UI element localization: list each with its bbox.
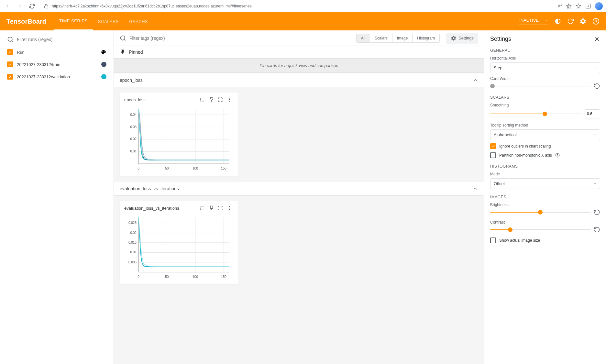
pill-all[interactable]: All (357, 34, 370, 42)
close-icon[interactable] (594, 36, 600, 42)
card-width-slider[interactable] (490, 86, 590, 86)
settings-toggle[interactable]: Settings (446, 33, 478, 44)
text-size-icon[interactable]: Aὸ (558, 4, 562, 8)
url-bar[interactable]: https://tnsrb-4c7l2akozhhnnk6x8xvuqu22jc… (40, 3, 554, 10)
pill-image[interactable]: Image (392, 34, 413, 42)
color-dot[interactable] (101, 62, 106, 67)
svg-rect-35 (201, 206, 204, 210)
tooltip-select[interactable]: Alphabetical (490, 129, 600, 140)
help-icon[interactable] (592, 18, 600, 25)
chart-svg: 0501001500.0050.010.0150.020.025 (124, 215, 233, 280)
svg-point-36 (229, 206, 230, 207)
fit-icon[interactable] (198, 204, 206, 212)
svg-text:150: 150 (221, 275, 226, 279)
chart-container[interactable]: 0501001500.010.020.030.04 (120, 107, 238, 176)
filter-bar: All Scalars Image Histogram Settings (114, 30, 484, 46)
favorite-icon[interactable] (576, 3, 581, 9)
pin-icon[interactable] (207, 96, 215, 104)
tooltip-value: Alphabetical (494, 132, 517, 137)
reset-icon[interactable] (594, 83, 600, 89)
run-checkbox[interactable] (7, 74, 13, 80)
status-dropdown[interactable]: INACTIVE (519, 18, 548, 25)
svg-rect-0 (45, 6, 48, 8)
tag-filter (120, 35, 353, 41)
ignore-outliers-row[interactable]: Ignore outliers in chart scaling (490, 143, 600, 149)
run-row[interactable]: Run (0, 46, 114, 58)
fullscreen-icon[interactable] (216, 204, 224, 212)
h-axis-label: Horizontal Axis (490, 56, 600, 61)
back-button[interactable] (3, 2, 12, 10)
reset-icon[interactable] (594, 226, 600, 233)
refresh-button[interactable] (28, 2, 36, 10)
svg-point-15 (229, 99, 230, 100)
browser-chrome: https://tnsrb-4c7l2akozhhnnk6x8xvuqu22jc… (0, 0, 606, 12)
contrast-slider-row (490, 226, 600, 233)
partition-row[interactable]: Partition non-monotonic X axis (490, 152, 600, 158)
reload-icon[interactable] (567, 18, 574, 25)
pinned-header[interactable]: Pinned (114, 46, 484, 59)
read-aloud-icon[interactable] (566, 3, 572, 9)
settings-btn-label: Settings (458, 36, 474, 40)
fit-icon[interactable] (198, 96, 206, 104)
theme-icon[interactable] (554, 18, 561, 25)
runs-filter-input[interactable] (17, 37, 108, 42)
scalars-section-label: SCALARS (490, 95, 600, 100)
contrast-slider[interactable] (490, 229, 590, 230)
tab-time-series[interactable]: TIME SERIES (54, 12, 93, 30)
palette-icon[interactable] (101, 49, 106, 55)
smoothing-slider[interactable] (490, 114, 581, 114)
contrast-label: Contrast (490, 220, 600, 225)
svg-rect-13 (201, 98, 204, 102)
pin-icon (120, 49, 126, 55)
collections-icon[interactable] (585, 3, 591, 9)
run-row[interactable]: 20221027-230312/validation (0, 71, 114, 83)
tab-scalars[interactable]: SCALARS (93, 12, 124, 30)
help-icon[interactable] (555, 153, 560, 158)
reset-icon[interactable] (594, 209, 600, 215)
show-actual-checkbox[interactable] (490, 237, 496, 243)
card-header: evaluation_loss_vs_iterations (120, 201, 238, 215)
section-header[interactable]: evaluation_loss_vs_iterations (114, 182, 484, 196)
brightness-slider[interactable] (490, 212, 590, 213)
browser-toolbar: Aὸ (558, 2, 603, 10)
search-icon (7, 36, 14, 43)
section-header[interactable]: epoch_loss (114, 73, 484, 87)
chevron-down-icon (593, 66, 597, 70)
run-row[interactable]: 20221027-230312/train (0, 58, 114, 71)
card-area: evaluation_loss_vs_iterations 0501001500… (114, 196, 484, 290)
h-axis-value: Step (494, 65, 502, 70)
tab-graphs[interactable]: GRAPHS (124, 12, 153, 30)
more-icon[interactable] (226, 204, 233, 212)
run-checkbox[interactable] (7, 61, 13, 67)
run-label: 20221027-230312/train (17, 62, 97, 67)
gear-icon[interactable] (579, 18, 587, 25)
h-axis-select[interactable]: Step (490, 62, 600, 73)
pill-histogram[interactable]: Histogram (413, 34, 439, 42)
card-title: evaluation_loss_vs_iterations (124, 206, 197, 211)
svg-line-12 (124, 39, 126, 40)
pinned-label: Pinned (129, 50, 143, 55)
chart-container[interactable]: 0501001500.0050.010.0150.020.025 (120, 215, 238, 284)
pill-scalars[interactable]: Scalars (370, 34, 392, 42)
show-actual-label: Show actual image size (499, 238, 540, 243)
mode-select[interactable]: Offset (490, 178, 600, 189)
app-logo: TensorBoard (6, 18, 46, 25)
partition-checkbox[interactable] (490, 152, 496, 158)
tag-filter-input[interactable] (129, 36, 353, 41)
search-icon (120, 35, 126, 41)
section-title: epoch_loss (120, 78, 143, 83)
fullscreen-icon[interactable] (216, 96, 224, 104)
color-dot[interactable] (101, 74, 106, 79)
profile-avatar[interactable] (595, 2, 603, 10)
run-checkbox[interactable] (7, 49, 13, 55)
svg-text:0.015: 0.015 (128, 241, 137, 244)
show-actual-row[interactable]: Show actual image size (490, 237, 600, 243)
histograms-section-label: HISTOGRAMS (490, 164, 600, 169)
smoothing-label: Smoothing (490, 103, 600, 107)
ignore-outliers-checkbox[interactable] (490, 143, 496, 149)
pin-icon[interactable] (207, 204, 215, 212)
sections: epoch_loss epoch_loss 0501001500.010.020… (114, 73, 484, 290)
header-actions: INACTIVE (519, 18, 600, 25)
more-icon[interactable] (226, 96, 233, 104)
smoothing-input[interactable] (585, 109, 600, 118)
